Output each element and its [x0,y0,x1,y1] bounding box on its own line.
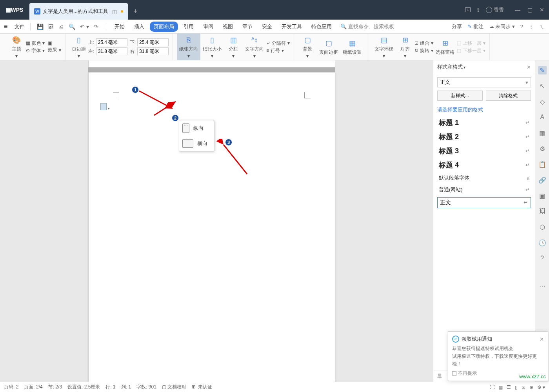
toolbar-history-icon[interactable]: 🕓 [538,238,547,247]
columns-button[interactable]: ▥分栏 ▾ [224,33,243,60]
status-pageno[interactable]: 页码: 2 [4,384,18,390]
command-search[interactable]: 🔍 查找命令、搜索模板 [340,23,394,30]
group-button[interactable]: ⊡ 组合 ▾ [414,40,433,47]
preview-icon[interactable]: 🔍 [69,24,75,30]
toolbar-image-icon[interactable]: 🖼 [538,207,547,216]
wrap-text-button[interactable]: ▤文字环绕 ▾ [372,33,396,60]
toolbar-more-icon[interactable]: ⋯ [538,281,547,290]
document-tab[interactable]: W 文字是人类用...的方式和工具 ◫ [29,3,128,20]
margin-bottom-input[interactable] [137,38,169,46]
maximize-button[interactable]: ▢ [527,7,533,13]
new-style-button[interactable]: 新样式... [437,91,483,101]
zoom-menu[interactable]: ⚙ ▾ [537,385,545,390]
status-section[interactable]: 节: 2/3 [48,384,62,390]
status-spellcheck[interactable]: ▢ 文档校对 [162,384,186,390]
tab-start[interactable]: 开始 [111,22,129,32]
style-heading-2[interactable]: 标题 2↵ [433,130,535,144]
clear-format-button[interactable]: 清除格式 [486,91,531,101]
tab-security[interactable]: 安全 [258,22,276,32]
manuscript-button[interactable]: ▦稿纸设置 [340,36,364,57]
style-heading-3[interactable]: 标题 3↵ [433,144,535,158]
page-margin-button[interactable]: ▯页边距 ▾ [69,33,88,60]
toolbar-link-icon[interactable]: 🔗 [538,176,547,184]
select-pane-button[interactable]: ⊞选择窗格 [433,36,457,57]
toolbar-table-icon[interactable]: ▦ [538,129,547,137]
margin-top-input[interactable] [96,38,127,46]
document-page[interactable] [88,72,335,382]
tab-view[interactable]: 视图 [219,22,237,32]
orientation-button[interactable]: ⎘纸张方向 ▾ [177,33,200,60]
tab-splitview-icon[interactable]: ◫ [112,9,117,15]
style-heading-4[interactable]: 标题 4↵ [433,158,535,172]
toolbar-clipboard-icon[interactable]: 📋 [538,160,547,169]
style-default-font[interactable]: 默认段落字体a [433,172,535,184]
rotate-button[interactable]: ↻ 旋转 ▾ [414,47,433,54]
tab-insert[interactable]: 插入 [130,22,148,32]
document-area[interactable]: 纵向 横向 1 2 3 [0,60,433,382]
tab-review[interactable]: 审阅 [199,22,217,32]
status-line[interactable]: 行: 1 [105,384,115,390]
theme-fonts-button[interactable]: ⊙ 字体 ▾ [26,47,45,54]
panel-close-button[interactable]: ✕ [527,64,531,70]
close-button[interactable]: ✕ [540,7,544,13]
margin-right-input[interactable] [137,47,169,55]
view-mode-4-icon[interactable]: ⊡ [522,385,525,390]
line-number-button[interactable]: ≡ 行号 ▾ [266,47,290,54]
style-heading-1[interactable]: 标题 1↵ [433,116,535,130]
undo-button[interactable]: ↶ ▾ [80,24,89,30]
file-menu[interactable]: 文件 [11,23,28,30]
save-icon[interactable]: 💾 [37,24,44,30]
toolbar-styles-icon[interactable]: ✎ [538,66,547,74]
popup-close-button[interactable]: ✕ [540,336,544,342]
align-button[interactable]: ⊞对齐 ▾ [396,33,414,60]
status-page[interactable]: 页面: 2/4 [24,384,42,390]
status-col[interactable]: 列: 1 [121,384,131,390]
view-web-icon[interactable]: ⊕ [529,385,533,390]
style-body[interactable]: 正文↵ [437,197,531,208]
breaks-button[interactable]: ⤶ 分隔符 ▾ [266,40,290,47]
toolbar-settings-icon[interactable]: ⚙ [538,144,547,153]
tab-reference[interactable]: 引用 [180,22,198,32]
text-direction-button[interactable]: ᴬ↕文字方向 ▾ [243,33,266,60]
view-mode-1-icon[interactable]: ▦ [498,385,503,390]
style-normal-web[interactable]: 普通(网站)↵ [433,184,535,196]
new-tab-button[interactable]: + [128,3,144,20]
user-avatar-icon[interactable]: 香香 [486,6,504,13]
view-mode-2-icon[interactable]: ☰ [507,385,511,390]
page-tag-icon[interactable] [100,103,107,110]
redo-button[interactable]: ↷ [94,24,98,30]
tab-pagelayout[interactable]: 页面布局 [150,22,178,32]
status-words[interactable]: 字数: 901 [136,384,156,390]
effects-button[interactable]: ▣ [48,40,61,46]
minimize-button[interactable]: — [515,7,520,13]
toolbar-help-icon[interactable]: ? [538,254,547,263]
collapse-ribbon-button[interactable]: ⋮ [529,24,534,29]
toolbar-select-icon[interactable]: ↖ [538,82,547,90]
tab-special[interactable]: 特色应用 [307,22,336,32]
current-style-select[interactable]: 正文▾ [437,77,531,87]
share-button[interactable]: 分享 [452,23,462,30]
orientation-landscape[interactable]: 横向 [179,136,214,151]
print-icon[interactable]: 🖨 [58,24,64,30]
view-mode-3-icon[interactable]: ▯ [515,385,518,390]
annotate-button[interactable]: ✎ 批注 [467,23,484,30]
page-size-button[interactable]: ▯纸张大小 ▾ [200,33,224,60]
background-button[interactable]: ▢背景 ▾ [298,33,317,60]
menu-icon[interactable]: ≡ [0,23,11,30]
ribbon-toggle-button[interactable]: ㄟ [539,23,544,30]
theme-button[interactable]: 🎨主题 ▾ [7,33,26,60]
view-fullscreen-icon[interactable]: ⛶ [490,385,494,390]
sync-button[interactable]: ☁ 未同步 ▾ [489,23,515,30]
tab-section[interactable]: 章节 [238,22,256,32]
wps-logo[interactable]: ▣ WPS [0,0,29,20]
status-auth[interactable]: ⛨ 未认证 [192,384,212,390]
toolbar-text-icon[interactable]: A [538,113,547,122]
page-border-button[interactable]: ▢页面边框 [317,36,340,57]
toolbar-shape-icon[interactable]: ◇ [538,97,547,106]
print-preview-icon[interactable]: 🗟 [48,24,54,30]
margin-left-input[interactable] [96,47,127,55]
effects-label[interactable]: 效果 ▾ [48,47,61,53]
orientation-portrait[interactable]: 纵向 [179,120,214,136]
toolbar-protect-icon[interactable]: ⬡ [538,223,547,231]
help-button[interactable]: ? [520,24,523,29]
